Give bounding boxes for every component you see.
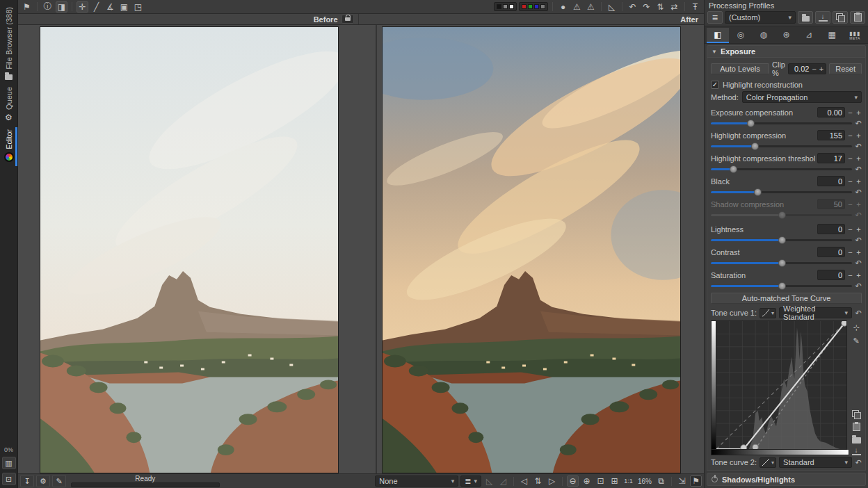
luma-channel-swatch[interactable] bbox=[540, 4, 545, 9]
next-image-button[interactable]: ▷ bbox=[546, 475, 558, 487]
tab-metadata[interactable]: ▮▮▮ META bbox=[844, 28, 866, 43]
fullscreen-button[interactable]: ⇲ bbox=[676, 475, 688, 487]
pick-tool-toggle[interactable]: ⚑ bbox=[690, 475, 702, 487]
profile-select[interactable]: (Custom) ▾ bbox=[725, 11, 796, 24]
paste-curve-icon[interactable] bbox=[853, 423, 860, 431]
zoom-fit-crop-button[interactable]: ⊞ bbox=[609, 475, 620, 487]
decrement-button[interactable]: − bbox=[812, 65, 816, 73]
curve-type-1-select[interactable]: ▾ bbox=[760, 308, 776, 318]
increment-button[interactable]: + bbox=[855, 177, 862, 186]
method-select[interactable]: Color Propagation ▾ bbox=[742, 91, 862, 103]
slider-track[interactable] bbox=[711, 168, 852, 170]
gamut-check-icon[interactable]: ◿ bbox=[497, 475, 509, 487]
exposure-panel-header[interactable]: ▼ Exposure bbox=[707, 45, 866, 58]
bg-gray-swatch[interactable] bbox=[503, 4, 508, 9]
slider-knob[interactable] bbox=[751, 143, 759, 150]
decrement-button[interactable]: − bbox=[847, 271, 853, 279]
before-after-view-icon[interactable]: ◨ bbox=[56, 1, 67, 13]
edit-external-button[interactable]: ✎ bbox=[52, 475, 66, 487]
reset-icon[interactable]: ↶ bbox=[855, 119, 862, 128]
pin-icon[interactable]: Ŧ bbox=[689, 1, 701, 13]
decrement-button[interactable]: − bbox=[847, 108, 853, 117]
shadow-clipping-icon[interactable]: ⚠ bbox=[585, 1, 597, 13]
decrement-button[interactable]: − bbox=[847, 154, 853, 163]
slider-knob[interactable] bbox=[778, 259, 786, 267]
curve-type-2-select[interactable]: ▾ bbox=[760, 457, 776, 468]
bg-white-swatch[interactable] bbox=[509, 4, 514, 9]
panel-toggle-button[interactable]: ⊡ bbox=[2, 473, 16, 485]
auto-matched-tone-curve-button[interactable]: Auto-matched Tone Curve bbox=[711, 293, 862, 304]
hand-tool-icon[interactable]: ⚑ bbox=[21, 1, 33, 13]
increment-button[interactable]: + bbox=[855, 248, 862, 257]
preview-canvas[interactable] bbox=[18, 25, 704, 473]
slider-knob[interactable] bbox=[778, 282, 786, 290]
save-curve-icon[interactable]: ↓ bbox=[852, 448, 861, 455]
zoom-100-button[interactable]: 1:1 bbox=[622, 475, 634, 487]
reset-icon[interactable]: ↶ bbox=[855, 282, 862, 291]
red-channel-swatch[interactable] bbox=[522, 4, 527, 9]
save-image-button[interactable]: ↧ bbox=[20, 475, 34, 487]
fine-rotation-icon[interactable]: ∡ bbox=[104, 1, 116, 13]
zoom-in-button[interactable]: ⊕ bbox=[581, 475, 593, 487]
decrement-button[interactable]: − bbox=[847, 225, 853, 234]
curve-point[interactable] bbox=[842, 320, 847, 326]
info-icon[interactable]: ⓘ bbox=[42, 1, 54, 13]
background-color-swatches[interactable] bbox=[494, 2, 517, 11]
contrast-mask-icon[interactable]: ◺ bbox=[606, 1, 618, 13]
blue-channel-swatch[interactable] bbox=[534, 4, 539, 9]
resize-icon[interactable]: ◳ bbox=[132, 1, 144, 13]
reset-icon[interactable]: ↶ bbox=[855, 165, 862, 174]
load-curve-icon[interactable] bbox=[852, 437, 861, 444]
reset-icon[interactable]: ↶ bbox=[855, 236, 862, 245]
decrement-button[interactable]: − bbox=[847, 131, 853, 140]
sidebar-item-file-browser[interactable]: File Browser (388) bbox=[5, 7, 13, 80]
reset-icon[interactable]: ↶ bbox=[855, 309, 862, 318]
reset-button[interactable]: Reset bbox=[829, 63, 862, 74]
slider-knob[interactable] bbox=[778, 236, 786, 244]
reset-icon[interactable]: ↶ bbox=[855, 142, 862, 151]
curve-plot[interactable] bbox=[716, 320, 847, 450]
slider-knob[interactable] bbox=[730, 165, 737, 173]
profile-fill-mode-button[interactable]: ≣ bbox=[707, 11, 723, 24]
slider-value[interactable]: 155 bbox=[817, 130, 845, 140]
detach-preview-button[interactable]: ⧉ bbox=[655, 475, 667, 487]
pencil-icon[interactable]: ✎ bbox=[853, 336, 859, 345]
colorpicker-crosshair-icon[interactable]: ✛ bbox=[77, 1, 88, 13]
slider-value[interactable]: 0 bbox=[817, 176, 845, 186]
curve-point[interactable] bbox=[753, 444, 758, 450]
paste-profile-button[interactable] bbox=[850, 11, 865, 24]
previous-image-button[interactable]: ◁ bbox=[518, 475, 530, 487]
sidebar-item-editor[interactable]: Editor bbox=[4, 129, 14, 162]
clip-spinner[interactable]: 0.02 − + bbox=[788, 63, 826, 74]
increment-button[interactable]: + bbox=[855, 225, 862, 234]
photo-after[interactable] bbox=[382, 26, 681, 473]
slider-track[interactable] bbox=[711, 285, 852, 287]
tab-exposure[interactable]: ◧ bbox=[707, 28, 729, 43]
monitor-profile-select[interactable]: None ▾ bbox=[375, 475, 458, 487]
slider-value[interactable]: 0 bbox=[817, 224, 845, 234]
slider-value[interactable]: 0.00 bbox=[817, 107, 845, 117]
reset-icon[interactable]: ↶ bbox=[855, 188, 862, 197]
tab-transform[interactable]: ⊿ bbox=[798, 28, 820, 43]
increment-button[interactable]: + bbox=[855, 108, 862, 117]
auto-levels-button[interactable]: Auto Levels bbox=[711, 63, 769, 74]
tab-advanced[interactable]: ⊛ bbox=[775, 28, 798, 43]
false-color-icon[interactable]: ● bbox=[557, 1, 569, 13]
load-profile-button[interactable] bbox=[798, 11, 813, 24]
tone-curve-editor[interactable]: ⊹ ✎ ↓ bbox=[711, 320, 862, 455]
slider-track[interactable] bbox=[711, 262, 852, 264]
power-icon[interactable] bbox=[712, 476, 718, 482]
reset-icon[interactable]: ↶ bbox=[855, 458, 862, 467]
photo-before[interactable] bbox=[40, 26, 339, 473]
rotate-left-icon[interactable]: ↶ bbox=[627, 1, 638, 13]
slider-knob[interactable] bbox=[754, 188, 762, 196]
increment-button[interactable]: + bbox=[819, 65, 823, 73]
rotate-right-icon[interactable]: ↷ bbox=[641, 1, 652, 13]
tab-raw[interactable]: ▦ bbox=[821, 28, 843, 43]
tone-curve-2-mode-select[interactable]: Standard ▾ bbox=[779, 457, 852, 468]
zoom-out-button[interactable]: ⊖ bbox=[567, 475, 579, 487]
save-profile-button[interactable]: ↓ bbox=[815, 11, 830, 24]
slider-value[interactable]: 0 bbox=[817, 247, 845, 257]
flip-vertical-icon[interactable]: ⇅ bbox=[654, 1, 666, 13]
flip-horizontal-icon[interactable]: ⇄ bbox=[668, 1, 680, 13]
